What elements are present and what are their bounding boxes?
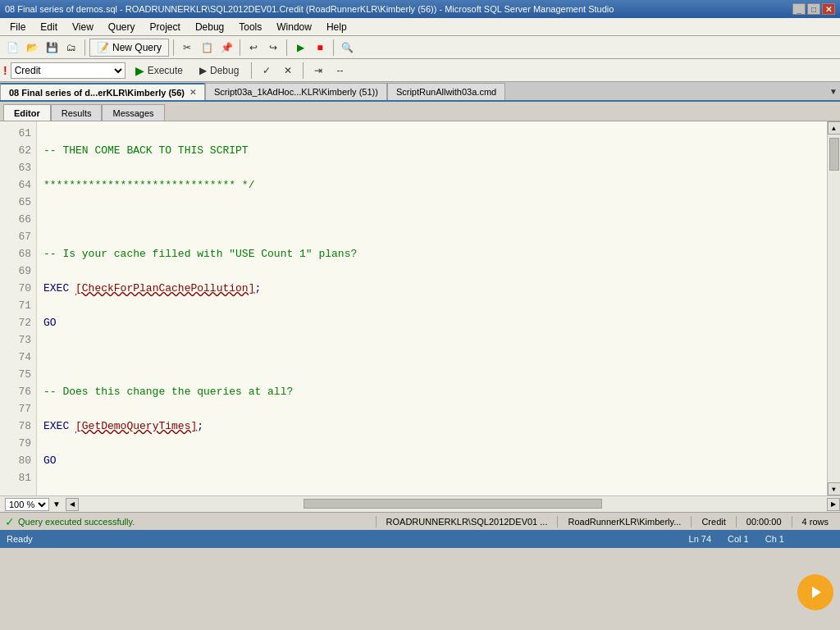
subtab-editor[interactable]: Editor (3, 104, 51, 121)
sep7 (303, 62, 304, 79)
ch-label: Ch 1 (765, 534, 784, 544)
stop-icon[interactable]: ■ (311, 39, 329, 57)
tab-main-close[interactable]: ✕ (189, 88, 196, 97)
menu-tools[interactable]: Tools (232, 20, 268, 34)
sub-tabs: Editor Results Messages (0, 102, 840, 121)
close-btn[interactable]: ✕ (822, 3, 835, 15)
toolbar2: ! Credit ▶ Execute ▶ Debug ✓ ✕ ⇥ -- (0, 59, 840, 82)
menu-debug[interactable]: Debug (189, 20, 231, 34)
check-icon[interactable]: ✓ (258, 62, 276, 80)
tab-scriptrunall[interactable]: ScriptRunAllwith03a.cmd (387, 83, 505, 100)
redo-icon[interactable]: ↪ (264, 39, 282, 57)
debug-label: Debug (210, 65, 239, 76)
sep1 (84, 39, 85, 56)
status-connection: ROADRUNNERKLR\SQL2012DEV01 ... (380, 517, 555, 527)
subtab-messages[interactable]: Messages (102, 104, 164, 121)
hscroll-right-arrow[interactable]: ▶ (827, 498, 840, 511)
menu-project[interactable]: Project (144, 20, 187, 34)
play-icon[interactable]: ▶ (291, 39, 309, 57)
scroll-up-arrow[interactable]: ▲ (828, 121, 841, 135)
debug-button[interactable]: ▶ Debug (193, 62, 245, 80)
zoom-bar: 100 % ▼ (0, 496, 66, 513)
zoom-select[interactable]: 100 % (5, 498, 49, 511)
status-bar: ✓ Query executed successfully. ROADRUNNE… (0, 512, 840, 530)
menu-bar: File Edit View Query Project Debug Tools… (0, 18, 840, 36)
code-content[interactable]: -- THEN COME BACK TO THIS SCRIPT *******… (37, 121, 827, 495)
sep6 (251, 62, 252, 79)
menu-file[interactable]: File (3, 20, 32, 34)
sep5 (333, 39, 334, 56)
window-controls[interactable]: _ □ ✕ (792, 3, 835, 15)
ready-label: Ready (7, 534, 33, 544)
cut-icon[interactable]: ✂ (178, 39, 196, 57)
col-label: Col 1 (728, 534, 749, 544)
tab-main-label: 08 Final series of d...erKLR\Kimberly (5… (9, 88, 185, 98)
new-query-label: New Query (112, 42, 162, 53)
tab-strip: 08 Final series of d...erKLR\Kimberly (5… (0, 82, 840, 102)
sep2 (173, 39, 174, 56)
save-all-icon[interactable]: 🗂 (62, 39, 80, 57)
status-message: Query executed successfully. (18, 517, 135, 527)
hscroll-track[interactable] (79, 498, 827, 511)
paste-icon[interactable]: 📌 (217, 39, 235, 57)
minimize-btn[interactable]: _ (792, 3, 806, 15)
subtab-editor-label: Editor (14, 108, 40, 118)
hscroll-left-arrow[interactable]: ◀ (66, 498, 79, 511)
toolbar1: 📄 📂 💾 🗂 📝 New Query ✂ 📋 📌 ↩ ↪ ▶ ■ 🔍 (0, 36, 840, 59)
menu-window[interactable]: Window (270, 20, 318, 34)
open-icon[interactable]: 📂 (23, 39, 41, 57)
scroll-thumb[interactable] (829, 138, 839, 171)
status-div1 (376, 516, 377, 527)
status-database: Credit (695, 517, 732, 527)
status-success: ✓ Query executed successfully. (5, 515, 372, 528)
sep3 (240, 39, 240, 56)
scroll-down-arrow[interactable]: ▼ (828, 482, 841, 495)
status-div5 (792, 516, 792, 527)
tab-main[interactable]: 08 Final series of d...erKLR\Kimberly (5… (0, 83, 205, 100)
new-file-icon[interactable]: 📄 (3, 39, 21, 57)
status-user: RoadRunnerKLR\Kimberly... (561, 517, 687, 527)
cancel-icon[interactable]: ✕ (279, 62, 297, 80)
execute-label: Execute (148, 65, 183, 76)
menu-edit[interactable]: Edit (34, 20, 64, 34)
search-icon[interactable]: 🔍 (338, 39, 356, 57)
undo-icon[interactable]: ↩ (244, 39, 262, 57)
maximize-btn[interactable]: □ (807, 3, 820, 15)
execute-play-icon: ▶ (135, 64, 144, 77)
exclaim-icon: ! (3, 64, 7, 77)
status-check-icon: ✓ (5, 515, 15, 528)
zoom-triangle: ▼ (52, 500, 61, 509)
subtab-results[interactable]: Results (51, 104, 103, 121)
status-div4 (736, 516, 737, 527)
sep4 (286, 39, 287, 56)
menu-query[interactable]: Query (102, 20, 142, 34)
tab-dropdown-icon[interactable]: ▼ (827, 84, 840, 98)
hscroll-zoom-bar: 100 % ▼ ◀ ▶ (0, 495, 840, 512)
line-numbers: 61 62 63 64 65 66 67 68 69 70 71 72 73 7… (0, 121, 37, 495)
new-query-icon: 📝 (97, 42, 109, 53)
indent-icon[interactable]: ⇥ (309, 62, 327, 80)
pluralsight-logo (797, 574, 833, 610)
save-icon[interactable]: 💾 (43, 39, 61, 57)
tab-script03a[interactable]: Script03a_1kAdHoc...KLR\Kimberly (51)) (205, 83, 387, 100)
copy-icon[interactable]: 📋 (198, 39, 216, 57)
tab-scriptrunall-label: ScriptRunAllwith03a.cmd (396, 87, 496, 97)
menu-view[interactable]: View (66, 20, 100, 34)
bottom-bar: Ready Ln 74 Col 1 Ch 1 (0, 530, 840, 548)
hscroll-thumb[interactable] (304, 499, 603, 509)
status-div2 (557, 516, 558, 527)
debug-play-icon: ▶ (199, 65, 207, 76)
status-div3 (691, 516, 692, 527)
title-text: 08 Final series of demos.sql - ROADRUNNE… (5, 4, 614, 14)
vertical-scrollbar[interactable]: ▲ ▼ (827, 121, 840, 495)
comment-icon[interactable]: -- (331, 62, 349, 80)
code-editor[interactable]: 61 62 63 64 65 66 67 68 69 70 71 72 73 7… (0, 121, 840, 495)
tab-script03a-label: Script03a_1kAdHoc...KLR\Kimberly (51)) (214, 87, 378, 97)
subtab-results-label: Results (62, 108, 92, 118)
database-dropdown[interactable]: Credit (11, 62, 126, 79)
ln-label: Ln 74 (689, 534, 712, 544)
execute-button[interactable]: ▶ Execute (129, 62, 189, 80)
title-bar: 08 Final series of demos.sql - ROADRUNNE… (0, 0, 840, 18)
menu-help[interactable]: Help (320, 20, 354, 34)
new-query-button[interactable]: 📝 New Query (89, 39, 169, 57)
